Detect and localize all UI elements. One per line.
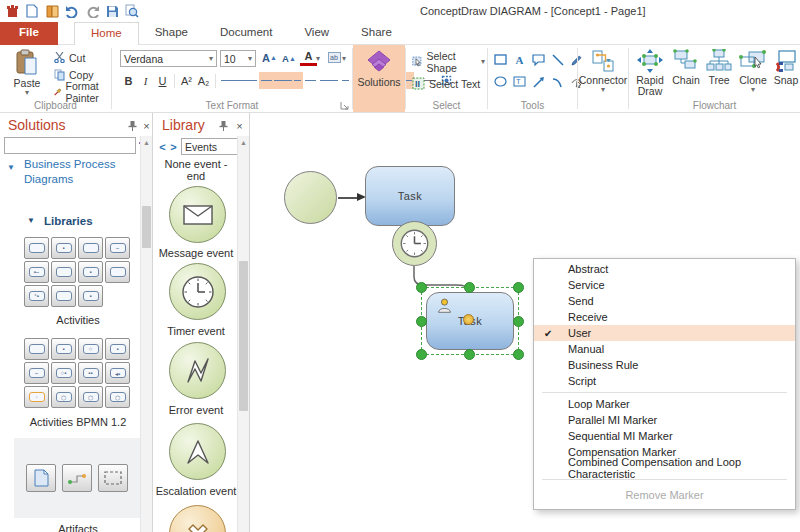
font-size-combo[interactable]: 10 ▾ <box>220 50 256 67</box>
undo-button[interactable] <box>64 3 80 19</box>
scrollbar-thumb[interactable] <box>239 261 248 411</box>
connector-button[interactable]: Connector ▾ <box>580 46 626 102</box>
tab-shape[interactable]: Shape <box>139 22 204 45</box>
menu-item-parallel-mi-marker[interactable]: Parallel MI Marker <box>534 412 795 428</box>
tree-collapse-icon[interactable]: ▼ <box>7 163 15 172</box>
resize-handle-e[interactable] <box>513 316 524 327</box>
resize-handle-sw[interactable] <box>416 349 427 360</box>
library-item-cancel-event[interactable] <box>169 505 226 532</box>
nav-forward-icon[interactable]: > <box>168 141 179 153</box>
tree-item-libraries[interactable]: Libraries <box>44 215 93 227</box>
library-selector[interactable]: Events ▾ <box>181 138 245 155</box>
tree-collapse-icon[interactable]: ▼ <box>27 216 35 225</box>
scroll-up-icon[interactable]: ▲ <box>238 136 249 146</box>
library-thumb-activities[interactable]: ▪ ~ ▪~ ▪ °▪ ▪ <box>24 237 136 307</box>
tab-view[interactable]: View <box>288 22 345 45</box>
menu-item-combined-compensation[interactable]: Combined Compensation and Loop Character… <box>534 460 795 476</box>
ellipse-tool[interactable] <box>492 73 509 90</box>
paste-button[interactable]: Paste ▾ <box>4 46 50 102</box>
select-shape-button[interactable]: Select Shape ▾ <box>410 53 487 70</box>
line-tool[interactable] <box>549 51 566 68</box>
menu-item-manual[interactable]: Manual <box>534 341 795 357</box>
tree-item-solution[interactable]: Business Process Diagrams <box>24 157 124 187</box>
solutions-scrollbar[interactable]: ▲ <box>140 136 152 532</box>
align-right-icon[interactable] <box>303 72 351 89</box>
menu-item-remove-marker[interactable]: Remove Marker <box>534 483 795 507</box>
highlight-dropdown-icon[interactable]: ▾ <box>342 55 346 63</box>
new-document-button[interactable] <box>24 3 40 19</box>
menu-item-sequential-mi-marker[interactable]: Sequential MI Marker <box>534 428 795 444</box>
preview-button[interactable] <box>124 3 140 19</box>
library-scrollbar[interactable]: ▲ <box>237 136 249 532</box>
library-item-timer-event[interactable] <box>169 263 226 320</box>
menu-item-user[interactable]: ✔ User <box>534 325 795 341</box>
bold-button[interactable]: B <box>120 72 137 89</box>
menu-item-service[interactable]: Service <box>534 277 795 293</box>
shrink-font-button[interactable]: A▲ <box>280 50 298 67</box>
close-icon[interactable]: × <box>233 119 246 132</box>
shape-control-point-icon[interactable] <box>463 314 474 325</box>
library-item-caption[interactable]: None event - end <box>154 158 238 182</box>
library-item-caption[interactable]: Message event <box>154 247 238 259</box>
scroll-up-icon[interactable]: ▲ <box>141 136 152 146</box>
rapid-draw-button[interactable]: Rapid Draw <box>631 45 669 103</box>
tree-button[interactable]: Tree <box>703 45 735 103</box>
resize-handle-n[interactable] <box>464 282 475 293</box>
menu-item-business-rule[interactable]: Business Rule <box>534 357 795 373</box>
tab-file[interactable]: File <box>0 22 58 45</box>
format-painter-button[interactable]: Format Painter <box>52 83 111 100</box>
cut-button[interactable]: Cut <box>52 49 111 66</box>
tab-document[interactable]: Document <box>204 22 288 45</box>
textbox-tool[interactable]: T <box>511 73 528 90</box>
rectangle-tool[interactable] <box>492 51 509 68</box>
drawing-canvas[interactable]: Task Task Abstract Service Send Receive … <box>250 113 800 532</box>
library-item-escalation-event[interactable] <box>169 423 226 480</box>
save-button[interactable] <box>104 3 120 19</box>
snap-button[interactable]: Snap <box>771 45 800 103</box>
resize-handle-w[interactable] <box>416 316 427 327</box>
pin-icon[interactable] <box>126 119 139 132</box>
library-thumb-artifacts[interactable] <box>14 438 140 518</box>
close-icon[interactable]: × <box>140 119 153 132</box>
chain-button[interactable]: Chain <box>669 45 703 103</box>
select-text-button[interactable]: II Select Text <box>410 75 482 92</box>
callout-tool[interactable] <box>530 51 547 68</box>
arc-tool[interactable] <box>549 73 566 90</box>
resize-handle-s[interactable] <box>464 349 475 360</box>
library-item-caption[interactable]: Escalation event <box>154 485 238 497</box>
pin-icon[interactable] <box>217 119 230 132</box>
superscript-button[interactable]: A² <box>178 72 195 89</box>
open-button[interactable] <box>44 3 60 19</box>
grow-font-button[interactable]: A▲ <box>260 49 279 66</box>
menu-item-script[interactable]: Script <box>534 373 795 389</box>
nav-back-icon[interactable]: < <box>157 141 168 153</box>
tab-home[interactable]: Home <box>74 22 139 45</box>
search-input[interactable] <box>4 137 136 154</box>
library-item-caption[interactable]: Timer event <box>154 325 238 337</box>
scrollbar-thumb[interactable] <box>142 206 151 248</box>
italic-button[interactable]: I <box>137 72 154 89</box>
resize-handle-nw[interactable] <box>416 282 427 293</box>
font-color-dropdown-icon[interactable]: ▾ <box>316 55 320 63</box>
library-item-message-event[interactable] <box>169 186 226 243</box>
menu-item-loop-marker[interactable]: Loop Marker <box>534 396 795 412</box>
solutions-button[interactable]: Solutions <box>356 46 402 102</box>
text-tool[interactable]: A <box>511 51 528 68</box>
menu-item-receive[interactable]: Receive <box>534 309 795 325</box>
clone-button[interactable]: Clone ▾ <box>735 45 771 103</box>
font-name-combo[interactable]: Verdana ▾ <box>120 50 217 67</box>
resize-handle-se[interactable] <box>513 349 524 360</box>
highlight-button[interactable]: ab <box>326 49 343 66</box>
library-item-error-event[interactable] <box>169 342 226 399</box>
smart-connector-tool[interactable] <box>530 73 547 90</box>
font-color-button[interactable]: A <box>300 49 317 66</box>
library-item-caption[interactable]: Error event <box>154 404 238 416</box>
redo-button[interactable] <box>84 3 100 19</box>
underline-button[interactable]: U <box>154 72 171 89</box>
text-format-dialog-launcher[interactable] <box>340 101 349 110</box>
tab-share[interactable]: Share <box>345 22 408 45</box>
menu-item-send[interactable]: Send <box>534 293 795 309</box>
align-left-icon[interactable] <box>219 72 259 89</box>
align-center-icon[interactable] <box>259 72 303 89</box>
subscript-button[interactable]: A₂ <box>195 72 212 89</box>
